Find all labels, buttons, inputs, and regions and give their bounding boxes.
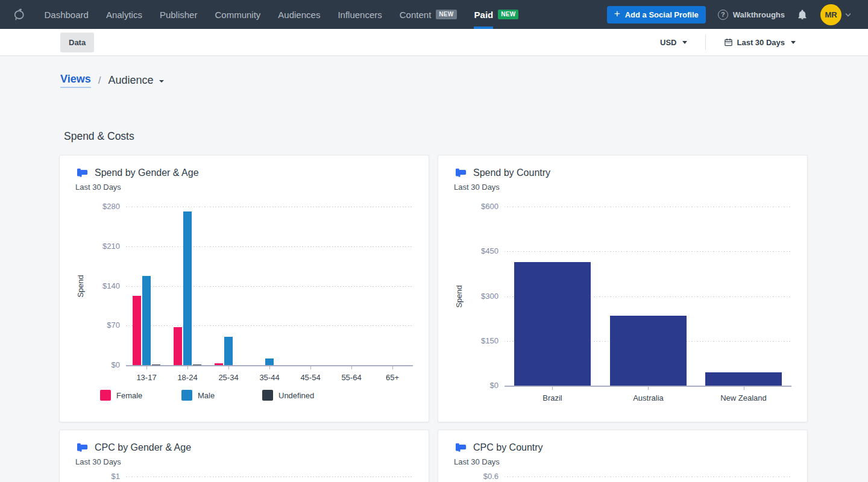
y-axis-label: $0.6: [438, 472, 498, 481]
x-axis-label: 35-44: [249, 373, 290, 382]
breadcrumb-audience-dropdown[interactable]: Audience: [108, 74, 163, 87]
date-range-dropdown[interactable]: Last 30 Days: [724, 37, 796, 47]
nav-item-audiences[interactable]: Audiences: [269, 0, 329, 29]
plus-icon: +: [614, 8, 620, 20]
nav-item-publisher[interactable]: Publisher: [151, 0, 206, 29]
bar-female-18-24[interactable]: [174, 327, 182, 365]
bar-male-35-44[interactable]: [265, 358, 274, 365]
bar-female-13-17[interactable]: [133, 296, 141, 365]
new-badge: NEW: [498, 10, 518, 19]
gridline: [126, 325, 413, 326]
gridline: [126, 207, 413, 207]
nav-item-label: Community: [215, 10, 260, 20]
chart-spend-by-country: $0$150$300$450$600BrazilAustraliaNew Zea…: [438, 155, 807, 422]
toolbar-right: USD Last 30 Days: [660, 34, 796, 50]
x-axis-label: Australia: [600, 393, 696, 402]
bar-undefined-18-24[interactable]: [193, 365, 201, 365]
y-axis-label: $450: [438, 246, 498, 255]
x-axis-label: 55-64: [331, 373, 372, 382]
nav-item-label: Analytics: [106, 10, 142, 20]
gridline: [126, 246, 413, 247]
breadcrumb-views-link[interactable]: Views: [60, 73, 91, 88]
x-axis-label: 13-17: [126, 373, 167, 382]
legend-label: Undefined: [278, 391, 314, 400]
notifications-bell-icon[interactable]: [797, 9, 808, 20]
avatar[interactable]: MR: [820, 4, 841, 25]
legend-item-female[interactable]: Female: [100, 390, 142, 401]
bar-male-13-17[interactable]: [142, 276, 151, 365]
nav-item-label: Paid: [474, 10, 494, 20]
y-axis-label: $70: [60, 321, 120, 330]
axis-tick: [228, 366, 229, 369]
bar-male-25-34[interactable]: [224, 337, 233, 365]
user-menu[interactable]: MR: [820, 4, 851, 25]
x-axis-label: 25-34: [208, 373, 249, 382]
legend-swatch: [181, 390, 192, 401]
caret-down-icon: [682, 41, 687, 44]
legend-label: Female: [116, 391, 142, 400]
chart-card-cpc-by-gender-age: CPC by Gender & Age Last 30 Days $1: [59, 430, 429, 482]
axis-tick: [392, 366, 393, 369]
primary-nav: DashboardAnalyticsPublisherCommunityAudi…: [36, 0, 527, 29]
nav-item-dashboard[interactable]: Dashboard: [36, 0, 97, 29]
top-navbar: DashboardAnalyticsPublisherCommunityAudi…: [0, 0, 868, 29]
nav-item-label: Content: [400, 10, 432, 20]
nav-item-label: Influencers: [338, 10, 382, 20]
gridline: [126, 477, 413, 477]
main-content: Views / Audience Spend & Costs Spend by …: [0, 73, 868, 482]
toolbar-divider: [705, 34, 706, 50]
caret-down-icon: [791, 41, 796, 44]
bar-spend-New Zealand[interactable]: [705, 372, 782, 386]
nav-item-influencers[interactable]: Influencers: [329, 0, 391, 29]
y-axis-title: Spend: [76, 275, 85, 298]
active-tab-underline: [474, 27, 493, 29]
bar-spend-Brazil[interactable]: [514, 262, 591, 386]
axis-tick: [269, 366, 270, 369]
cards-grid: Spend by Gender & Age Last 30 Days $0$70…: [59, 155, 808, 482]
axis-tick: [187, 366, 188, 369]
chart-cpc-by-country: $0.6: [438, 430, 807, 482]
y-axis-label: $300: [438, 292, 498, 301]
calendar-icon: [724, 37, 733, 47]
axis-tick: [310, 366, 311, 369]
breadcrumb: Views / Audience: [60, 73, 868, 88]
gridline: [505, 207, 791, 207]
bar-spend-Australia[interactable]: [610, 316, 687, 386]
legend-item-undefined[interactable]: Undefined: [262, 390, 314, 401]
chart-cpc-by-gender-age: $1: [60, 430, 429, 482]
y-axis-label: $150: [438, 336, 498, 345]
y-axis-label: $1: [60, 472, 120, 481]
bar-undefined-13-17[interactable]: [152, 365, 160, 365]
y-axis-title: Spend: [454, 285, 464, 308]
navbar-right: +Add a Social Profile ?Walkthroughs MR: [607, 4, 868, 25]
bar-male-18-24[interactable]: [183, 211, 192, 365]
y-axis-label: $0: [438, 381, 498, 390]
x-axis-label: 45-54: [290, 373, 331, 382]
chart-spend-by-gender-age: $0$70$140$210$28013-1718-2425-3435-4445-…: [60, 155, 429, 422]
nav-item-label: Audiences: [278, 10, 320, 20]
nav-item-label: Publisher: [160, 10, 198, 20]
nav-item-content[interactable]: ContentNEW: [391, 0, 465, 29]
legend-swatch: [262, 390, 273, 401]
sprout-logo[interactable]: [11, 6, 28, 23]
axis-tick: [146, 366, 147, 369]
caret-down-icon: [159, 80, 164, 83]
axis-tick: [351, 366, 352, 369]
currency-dropdown[interactable]: USD: [660, 38, 687, 47]
nav-item-label: Dashboard: [45, 10, 89, 20]
nav-item-community[interactable]: Community: [206, 0, 269, 29]
nav-item-paid[interactable]: PaidNEW: [465, 0, 527, 29]
y-axis-label: $0: [60, 360, 120, 369]
bar-female-25-34[interactable]: [215, 363, 223, 365]
nav-item-analytics[interactable]: Analytics: [97, 0, 151, 29]
section-title: Spend & Costs: [64, 130, 868, 143]
data-tab[interactable]: Data: [60, 33, 94, 52]
walkthroughs-button[interactable]: ?Walkthroughs: [718, 10, 785, 20]
chart-card-cpc-by-country: CPC by Country Last 30 Days $0.6: [438, 430, 808, 482]
new-badge: NEW: [436, 10, 456, 19]
legend-item-male[interactable]: Male: [181, 390, 215, 401]
gridline: [505, 251, 791, 252]
add-social-profile-button[interactable]: +Add a Social Profile: [607, 6, 706, 23]
y-axis-label: $280: [60, 202, 120, 211]
gridline: [126, 286, 413, 287]
